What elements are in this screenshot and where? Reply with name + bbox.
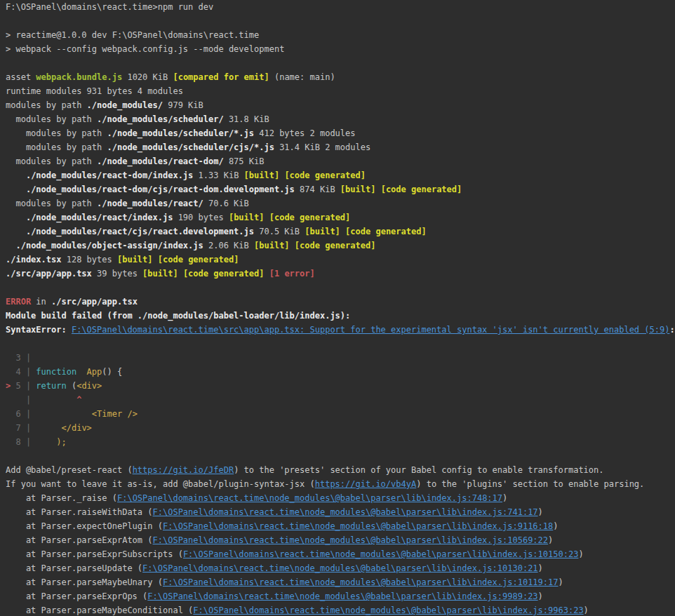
terminal-link[interactable]: https://git.io/JfeDR: [133, 465, 234, 475]
terminal-line: modules by path ./node_modules/scheduler…: [6, 126, 675, 140]
terminal-text: App: [87, 367, 102, 377]
terminal-link[interactable]: F:\OSPanel\domains\react.time\node_modul…: [183, 549, 579, 559]
terminal-text: [31, 395, 76, 405]
terminal-text: 3 |: [6, 353, 31, 363]
terminal-line: Module build failed (from ./node_modules…: [6, 309, 675, 323]
terminal-text: ): [548, 535, 553, 545]
terminal-text: ./index.tsx: [6, 255, 61, 265]
terminal-text: at Parser.parseExprAtom (: [6, 535, 153, 545]
terminal-line: SyntaxError: F:\OSPanel\domains\react.ti…: [6, 323, 675, 337]
terminal-text: [6, 227, 26, 236]
terminal-text: 70.5 KiB: [254, 227, 305, 236]
terminal-text: (name: main): [269, 72, 335, 82]
terminal-text: ): [578, 549, 583, 559]
terminal-text: ./node_modules/scheduler/cjs/*.js: [107, 142, 274, 152]
terminal-text: asset: [6, 72, 36, 82]
terminal-line: at Parser.parseUpdate (F:\OSPanel\domain…: [6, 561, 675, 575]
terminal-line: 3 |: [6, 351, 675, 365]
terminal-text: [built]: [142, 269, 178, 279]
terminal-text: [built]: [229, 213, 265, 222]
terminal-text: 979 KiB: [163, 100, 203, 110]
terminal-text: ): [538, 591, 543, 601]
terminal-text: ./node_modules/: [87, 100, 163, 110]
terminal-link[interactable]: F:\OSPanel\domains\react.time\node_modul…: [163, 577, 559, 587]
terminal-link[interactable]: F:\OSPanel\domains\react.time\src\app\ap…: [72, 325, 670, 335]
terminal-line: ./node_modules/react/cjs/react.developme…: [6, 225, 675, 239]
terminal-text: [built]: [340, 185, 376, 194]
terminal-text: Module build failed (from ./node_modules…: [6, 311, 350, 321]
terminal-text: in: [31, 297, 51, 307]
terminal-text: 7 |: [6, 423, 36, 433]
terminal-text: [6, 241, 15, 250]
terminal-text: 39 bytes: [92, 269, 142, 279]
terminal-text: ): [553, 521, 558, 531]
terminal-text: 8 |: [6, 437, 36, 447]
terminal-line: 4 | function App() {: [6, 365, 675, 379]
terminal-text: at Parser.raiseWithData (: [6, 507, 153, 517]
terminal-text: ): [538, 507, 543, 517]
terminal-link[interactable]: F:\OSPanel\domains\react.time\node_modul…: [193, 605, 583, 615]
terminal-link[interactable]: F:\OSPanel\domains\react.time\node_modul…: [142, 563, 538, 573]
terminal-text: at Parser.parseMaybeUnary (: [6, 577, 163, 587]
terminal-text: 31.8 KiB: [224, 114, 269, 124]
terminal-line: [6, 337, 675, 351]
terminal-text: [built]: [305, 227, 340, 236]
terminal-text: ./node_modules/scheduler/*.js: [107, 128, 255, 138]
terminal-link[interactable]: F:\OSPanel\domains\react.time\node_modul…: [153, 507, 538, 517]
terminal-text: runtime modules 931 bytes 4 modules: [6, 86, 183, 96]
terminal-text: 190 bytes: [173, 213, 228, 222]
terminal-text: ./node_modules/react-dom/index.js: [26, 170, 193, 180]
terminal-text: [code generated]: [284, 170, 366, 180]
terminal-text: 128 bytes: [61, 255, 116, 265]
terminal-line: at Parser.expectOnePlugin (F:\OSPanel\do…: [6, 519, 675, 533]
terminal-line: modules by path ./node_modules/react/ 70…: [6, 196, 675, 210]
terminal-text: [36, 437, 56, 447]
terminal-text: (: [67, 381, 76, 391]
terminal-text: ./src/app/app.tsx: [6, 269, 92, 279]
terminal-text: [code generated]: [295, 241, 376, 250]
terminal-text: return: [36, 381, 66, 391]
terminal-text: [375, 185, 380, 194]
terminal-line: at Parser.raiseWithData (F:\OSPanel\doma…: [6, 505, 675, 519]
terminal-text: modules by path: [6, 142, 107, 152]
terminal-link[interactable]: F:\OSPanel\domains\react.time\node_modul…: [163, 521, 553, 531]
terminal-text: modules by path: [6, 100, 87, 110]
terminal-text: |: [6, 395, 31, 405]
terminal-text: ./node_modules/react-dom/: [97, 156, 224, 166]
terminal-text: ): [559, 577, 563, 587]
terminal-text: ./src/app/app.tsx: [51, 297, 138, 307]
terminal-link[interactable]: F:\OSPanel\domains\react.time\node_modul…: [117, 493, 502, 503]
terminal-text: [built]: [244, 170, 280, 180]
terminal-text: at Parser.parseUpdate (: [6, 563, 142, 573]
terminal-text: If you want to leave it as-is, add @babe…: [6, 479, 315, 489]
terminal-text: ./node_modules/react/cjs/react.developme…: [26, 227, 254, 236]
terminal-text: ) to the 'plugins' section to enable par…: [416, 479, 644, 489]
terminal-text: F:\OSPanel\domains\react.time>npm run de…: [6, 2, 213, 12]
terminal-text: <Timer />: [92, 409, 138, 419]
terminal-line: ERROR in ./src/app/app.tsx: [6, 295, 675, 309]
terminal-line: [6, 449, 675, 463]
terminal-line: at Parser.parseExprSubscripts (F:\OSPane…: [6, 547, 675, 561]
terminal-line: modules by path ./node_modules/ 979 KiB: [6, 98, 675, 112]
terminal-text: at Parser.parseExprSubscripts (: [6, 549, 183, 559]
terminal-line: runtime modules 931 bytes 4 modules: [6, 84, 675, 98]
terminal-text: () {: [102, 367, 122, 377]
terminal-text: 6 |: [6, 409, 36, 419]
terminal-line: > webpack --config webpack.config.js --m…: [6, 42, 675, 56]
terminal-link[interactable]: F:\OSPanel\domains\react.time\node_modul…: [147, 591, 537, 601]
terminal-text: [code generated]: [269, 213, 351, 222]
terminal-link[interactable]: https://git.io/vb4yA: [315, 479, 417, 489]
terminal-text: [built]: [254, 241, 290, 250]
terminal-text: ) to the 'presets' section of your Babel…: [234, 465, 603, 475]
terminal-line: [6, 14, 675, 28]
terminal-line: 7 | </div>: [6, 421, 675, 435]
terminal-text: [code generated]: [158, 255, 239, 265]
terminal-text: at Parser.parseMaybeConditional (: [6, 605, 193, 615]
terminal-output[interactable]: F:\OSPanel\domains\react.time>npm run de…: [0, 0, 675, 616]
terminal-text: 875 KiB: [224, 156, 265, 166]
terminal-text: at Parser._raise (: [6, 493, 117, 503]
terminal-link[interactable]: F:\OSPanel\domains\react.time\node_modul…: [153, 535, 549, 545]
terminal-line: 8 | );: [6, 435, 675, 449]
terminal-text: [36, 409, 91, 419]
terminal-text: ./node_modules/react-dom/cjs/react-dom.d…: [26, 185, 295, 194]
